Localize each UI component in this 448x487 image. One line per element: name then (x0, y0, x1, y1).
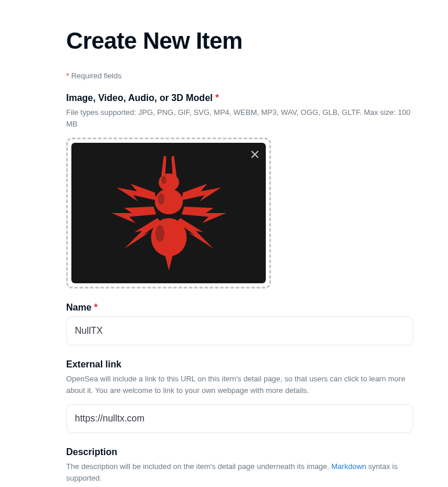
svg-point-5 (155, 225, 164, 242)
required-text: Required fields (71, 71, 122, 80)
svg-point-0 (158, 174, 179, 192)
description-label: Description (66, 447, 413, 457)
markdown-link[interactable]: Markdown (331, 462, 366, 471)
name-field-group: Name * (66, 302, 413, 345)
external-link-input[interactable] (66, 404, 413, 433)
name-label: Name * (66, 302, 413, 313)
required-fields-note: * Required fields (66, 71, 413, 80)
media-label: Image, Video, Audio, or 3D Model * (66, 93, 413, 103)
description-field-group: Description The description will be incl… (66, 447, 413, 487)
description-hint: The description will be included on the … (66, 461, 413, 484)
svg-point-4 (158, 193, 164, 205)
media-field-group: Image, Video, Audio, or 3D Model * File … (66, 93, 413, 288)
external-link-label: External link (66, 359, 413, 370)
close-icon[interactable]: ✕ (250, 149, 260, 161)
media-preview: ✕ (71, 143, 266, 283)
media-dropzone[interactable]: ✕ (66, 138, 271, 288)
svg-point-3 (161, 176, 166, 183)
name-input[interactable] (66, 316, 413, 345)
media-hint: File types supported: JPG, PNG, GIF, SVG… (66, 107, 413, 129)
external-link-field-group: External link OpenSea will include a lin… (66, 359, 413, 433)
page-title: Create New Item (66, 28, 413, 54)
external-link-hint: OpenSea will include a link to this URL … (66, 373, 413, 396)
required-asterisk: * (66, 71, 69, 80)
ant-icon (105, 149, 233, 277)
